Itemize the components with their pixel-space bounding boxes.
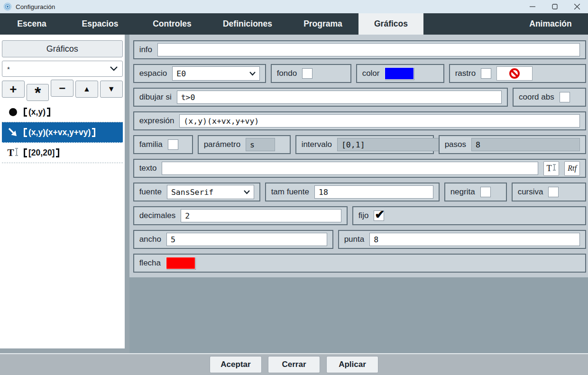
aplicar-button[interactable]: Aplicar [326,356,378,373]
text-type-icon: T [6,148,19,158]
close-icon [574,4,580,9]
negrita-checkbox[interactable] [480,187,491,197]
familia-field: familia [133,135,193,154]
close-button[interactable] [566,0,588,13]
fuente-label: fuente [139,187,162,197]
punta-input[interactable] [369,233,580,246]
main-area: Gráficos * + * − ▲ ▼ (x,y) [0,35,588,353]
point-icon [6,108,19,116]
ancho-field: ancho [133,230,333,249]
fuente-field: fuente SansSerif [133,183,260,201]
familia-label: familia [139,140,163,149]
tabbar-spacer [423,13,513,35]
tab-controles[interactable]: Controles [137,13,208,35]
list-toolbar: + * − ▲ ▼ [2,81,123,98]
expresion-field: expresión [133,111,586,130]
item-label: [20,20] [24,148,59,158]
pasos-field: pasos [439,135,586,154]
info-field: info [133,40,586,59]
decimales-field: decimales [133,206,348,225]
text-cursor-icon [15,148,18,156]
cursiva-checkbox[interactable] [548,187,559,197]
window-controls [521,0,588,13]
tab-definiciones[interactable]: Definiciones [208,13,287,35]
color-swatch[interactable] [385,67,414,80]
espacio-field: espacio E0 [133,64,266,83]
move-down-button[interactable]: ▼ [100,81,123,98]
tab-escena[interactable]: Escena [0,13,64,35]
color-label: color [362,69,380,78]
tab-graficos[interactable]: Gráficos [358,13,423,35]
familia-checkbox[interactable] [168,139,178,150]
add-graphic-button[interactable]: + [2,81,25,98]
fondo-checkbox[interactable] [302,68,312,79]
rastro-checkbox[interactable] [481,68,491,79]
intervalo-input[interactable] [337,138,446,151]
color-field: color [356,64,444,83]
dibujar-si-input[interactable] [177,91,502,104]
arrow-icon [6,127,19,137]
tab-bar: Escena Espacios Controles Definiciones P… [0,13,588,35]
coord-abs-label: coord abs [519,92,554,102]
fuente-select[interactable]: SansSerif [167,185,254,199]
chevron-down-icon [249,72,256,76]
tam-fuente-input[interactable] [314,185,433,199]
list-item-point[interactable]: (x,y) [2,102,123,122]
clear-trace-button[interactable] [496,66,533,81]
decimales-input[interactable] [181,209,341,222]
remove-graphic-button[interactable]: − [51,80,74,97]
list-item-text[interactable]: T [20,20] [2,143,123,163]
form-rows: info espacio E0 fondo [129,35,588,277]
expresion-label: expresión [139,116,175,126]
parametro-label: parámetro [204,140,240,149]
dibujar-si-label: dibujar si [139,92,172,102]
cursiva-label: cursiva [518,187,543,197]
tab-programa[interactable]: Programa [287,13,358,35]
ancho-input[interactable] [166,233,327,246]
aceptar-button[interactable]: Aceptar [210,356,262,373]
flecha-field: flecha [133,254,586,273]
texto-input[interactable] [162,162,538,175]
intervalo-field: intervalo [295,135,434,154]
texto-label: texto [139,164,157,173]
list-item-arrow[interactable]: (x,y)(x+vx,y+vy) [2,122,123,143]
minimize-icon [530,4,535,9]
maximize-button[interactable] [543,0,566,13]
fijo-checkbox[interactable] [374,210,384,221]
cerrar-button[interactable]: Cerrar [268,356,320,373]
espacio-select[interactable]: E0 [172,66,259,81]
parametro-input[interactable] [246,138,275,151]
tab-espacios[interactable]: Espacios [64,13,137,35]
duplicate-graphic-button[interactable]: * [27,84,49,101]
punta-label: punta [344,235,365,244]
fondo-label: fondo [277,69,297,78]
titlebar: Configuración [0,0,588,13]
filter-value: * [7,65,10,73]
plain-text-editor-button[interactable]: T [543,161,559,176]
coord-abs-field: coord abs [513,88,586,107]
properties-panel: info espacio E0 fondo [129,35,588,353]
minimize-button[interactable] [521,0,543,13]
graphics-list: (x,y) (x,y)(x+vx,y+vy) T [20,20] [2,102,123,348]
info-input[interactable] [157,43,580,56]
rastro-field: rastro [449,64,586,83]
flecha-color-swatch[interactable] [166,257,195,269]
intervalo-label: intervalo [302,140,332,149]
rtf-editor-button[interactable]: Rtf [564,161,580,176]
graphics-filter-select[interactable]: * [2,61,123,77]
dialog-footer: Aceptar Cerrar Aplicar [0,353,588,375]
tab-animacion[interactable]: Animación [513,13,588,35]
expresion-input[interactable] [179,114,580,128]
move-up-button[interactable]: ▲ [75,81,98,98]
graphics-sidebar: Gráficos * + * − ▲ ▼ (x,y) [0,35,125,348]
tam-fuente-label: tam fuente [271,187,309,197]
fondo-field: fondo [271,64,351,83]
item-label: (x,y) [24,107,50,117]
info-label: info [139,45,152,55]
flecha-label: flecha [139,258,161,268]
chevron-down-icon [244,190,250,194]
fijo-field: fijo [352,206,586,225]
pasos-input[interactable] [471,138,580,151]
item-label: (x,y)(x+vx,y+vy) [24,128,95,137]
coord-abs-checkbox[interactable] [560,92,570,102]
